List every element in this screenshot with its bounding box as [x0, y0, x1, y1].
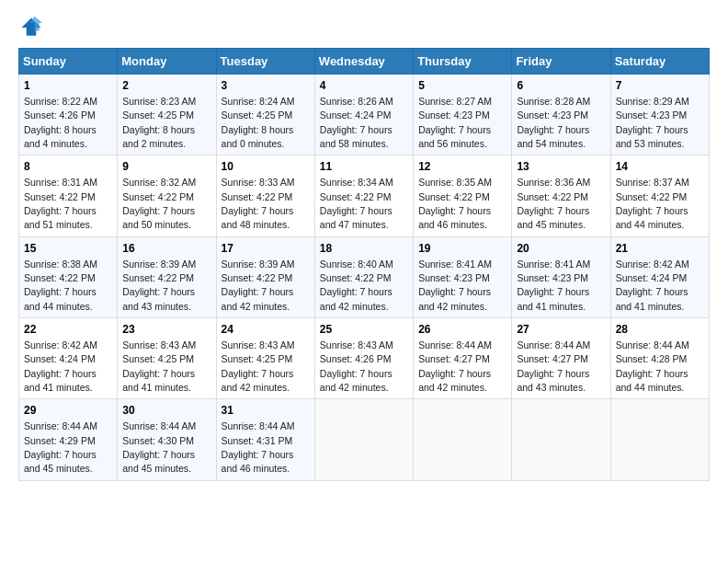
calendar-cell	[512, 399, 610, 480]
calendar-cell: 2Sunrise: 8:23 AMSunset: 4:25 PMDaylight…	[118, 75, 216, 155]
day-number: 11	[320, 159, 408, 175]
day-detail: Sunrise: 8:37 AMSunset: 4:22 PMDaylight:…	[616, 177, 689, 230]
day-detail: Sunrise: 8:39 AMSunset: 4:22 PMDaylight:…	[122, 259, 196, 312]
calendar-cell: 16Sunrise: 8:39 AMSunset: 4:22 PMDayligh…	[118, 236, 216, 317]
day-detail: Sunrise: 8:43 AMSunset: 4:25 PMDaylight:…	[122, 339, 196, 393]
calendar-cell: 24Sunrise: 8:43 AMSunset: 4:25 PMDayligh…	[216, 318, 314, 399]
day-detail: Sunrise: 8:43 AMSunset: 4:25 PMDaylight:…	[222, 339, 295, 393]
calendar-cell: 15Sunrise: 8:38 AMSunset: 4:22 PMDayligh…	[19, 236, 118, 317]
day-detail: Sunrise: 8:44 AMSunset: 4:27 PMDaylight:…	[517, 339, 590, 393]
day-detail: Sunrise: 8:33 AMSunset: 4:22 PMDaylight:…	[222, 177, 295, 230]
day-number: 21	[616, 241, 704, 257]
day-number: 2	[122, 78, 210, 94]
day-detail: Sunrise: 8:40 AMSunset: 4:22 PMDaylight:…	[320, 259, 393, 312]
day-detail: Sunrise: 8:31 AMSunset: 4:22 PMDaylight:…	[24, 177, 97, 230]
calendar-week-row: 15Sunrise: 8:38 AMSunset: 4:22 PMDayligh…	[19, 236, 710, 317]
day-number: 3	[222, 78, 310, 94]
day-detail: Sunrise: 8:42 AMSunset: 4:24 PMDaylight:…	[24, 339, 97, 393]
calendar-cell: 10Sunrise: 8:33 AMSunset: 4:22 PMDayligh…	[216, 155, 314, 236]
day-detail: Sunrise: 8:42 AMSunset: 4:24 PMDaylight:…	[616, 259, 689, 312]
day-number: 5	[418, 78, 506, 94]
calendar-cell: 17Sunrise: 8:39 AMSunset: 4:22 PMDayligh…	[216, 236, 314, 317]
calendar-cell: 11Sunrise: 8:34 AMSunset: 4:22 PMDayligh…	[314, 155, 413, 236]
day-number: 7	[616, 78, 704, 94]
day-number: 12	[418, 159, 506, 175]
day-number: 1	[24, 78, 112, 94]
day-detail: Sunrise: 8:34 AMSunset: 4:22 PMDaylight:…	[320, 177, 393, 230]
day-number: 29	[24, 403, 112, 419]
calendar-cell	[414, 399, 512, 480]
calendar-cell	[610, 399, 709, 480]
calendar-cell: 12Sunrise: 8:35 AMSunset: 4:22 PMDayligh…	[414, 155, 512, 236]
calendar-cell: 8Sunrise: 8:31 AMSunset: 4:22 PMDaylight…	[19, 155, 118, 236]
day-detail: Sunrise: 8:28 AMSunset: 4:23 PMDaylight:…	[517, 96, 590, 149]
calendar-cell: 6Sunrise: 8:28 AMSunset: 4:23 PMDaylight…	[512, 75, 610, 155]
day-detail: Sunrise: 8:26 AMSunset: 4:24 PMDaylight:…	[320, 96, 393, 149]
day-detail: Sunrise: 8:44 AMSunset: 4:28 PMDaylight:…	[616, 339, 689, 393]
day-number: 6	[517, 78, 605, 94]
day-detail: Sunrise: 8:23 AMSunset: 4:25 PMDaylight:…	[122, 96, 196, 149]
calendar-cell: 9Sunrise: 8:32 AMSunset: 4:22 PMDaylight…	[118, 155, 216, 236]
calendar-cell: 28Sunrise: 8:44 AMSunset: 4:28 PMDayligh…	[610, 318, 709, 399]
calendar-week-row: 29Sunrise: 8:44 AMSunset: 4:29 PMDayligh…	[19, 399, 710, 480]
calendar-cell: 19Sunrise: 8:41 AMSunset: 4:23 PMDayligh…	[414, 236, 512, 317]
logo-icon	[18, 15, 44, 40]
day-number: 19	[418, 241, 506, 257]
calendar-week-row: 1Sunrise: 8:22 AMSunset: 4:26 PMDaylight…	[19, 75, 710, 155]
day-number: 26	[418, 322, 506, 338]
day-detail: Sunrise: 8:41 AMSunset: 4:23 PMDaylight:…	[418, 259, 492, 312]
day-detail: Sunrise: 8:36 AMSunset: 4:22 PMDaylight:…	[517, 177, 590, 230]
day-number: 20	[517, 241, 605, 257]
header-tuesday: Tuesday	[216, 49, 314, 75]
calendar-cell: 3Sunrise: 8:24 AMSunset: 4:25 PMDaylight…	[216, 75, 314, 155]
day-number: 23	[122, 322, 210, 338]
day-detail: Sunrise: 8:44 AMSunset: 4:31 PMDaylight:…	[222, 420, 295, 474]
header-wednesday: Wednesday	[314, 49, 413, 75]
calendar-cell: 30Sunrise: 8:44 AMSunset: 4:30 PMDayligh…	[118, 399, 216, 480]
calendar-cell: 20Sunrise: 8:41 AMSunset: 4:23 PMDayligh…	[512, 236, 610, 317]
day-detail: Sunrise: 8:44 AMSunset: 4:30 PMDaylight:…	[122, 420, 196, 474]
day-number: 4	[320, 78, 408, 94]
logo	[18, 15, 48, 40]
calendar-cell: 18Sunrise: 8:40 AMSunset: 4:22 PMDayligh…	[314, 236, 413, 317]
day-number: 17	[222, 241, 310, 257]
calendar-cell: 14Sunrise: 8:37 AMSunset: 4:22 PMDayligh…	[610, 155, 709, 236]
calendar-week-row: 8Sunrise: 8:31 AMSunset: 4:22 PMDaylight…	[19, 155, 710, 236]
day-number: 22	[24, 322, 112, 338]
day-detail: Sunrise: 8:41 AMSunset: 4:23 PMDaylight:…	[517, 259, 590, 312]
day-detail: Sunrise: 8:44 AMSunset: 4:27 PMDaylight:…	[418, 339, 492, 393]
day-detail: Sunrise: 8:22 AMSunset: 4:26 PMDaylight:…	[24, 96, 97, 149]
calendar-cell: 29Sunrise: 8:44 AMSunset: 4:29 PMDayligh…	[19, 399, 118, 480]
day-number: 15	[24, 241, 112, 257]
day-number: 27	[517, 322, 605, 338]
calendar-week-row: 22Sunrise: 8:42 AMSunset: 4:24 PMDayligh…	[19, 318, 710, 399]
day-number: 28	[616, 322, 704, 338]
day-number: 13	[517, 159, 605, 175]
day-number: 31	[222, 403, 310, 419]
header-friday: Friday	[512, 49, 610, 75]
calendar-cell: 23Sunrise: 8:43 AMSunset: 4:25 PMDayligh…	[118, 318, 216, 399]
day-detail: Sunrise: 8:24 AMSunset: 4:25 PMDaylight:…	[222, 96, 295, 149]
day-detail: Sunrise: 8:39 AMSunset: 4:22 PMDaylight:…	[222, 259, 295, 312]
calendar-cell: 25Sunrise: 8:43 AMSunset: 4:26 PMDayligh…	[314, 318, 413, 399]
calendar-cell: 5Sunrise: 8:27 AMSunset: 4:23 PMDaylight…	[414, 75, 512, 155]
day-number: 10	[222, 159, 310, 175]
day-number: 18	[320, 241, 408, 257]
page-header	[18, 15, 710, 40]
day-detail: Sunrise: 8:43 AMSunset: 4:26 PMDaylight:…	[320, 339, 393, 393]
day-number: 9	[122, 159, 210, 175]
day-number: 16	[122, 241, 210, 257]
calendar-cell: 31Sunrise: 8:44 AMSunset: 4:31 PMDayligh…	[216, 399, 314, 480]
header-thursday: Thursday	[414, 49, 512, 75]
calendar-cell: 27Sunrise: 8:44 AMSunset: 4:27 PMDayligh…	[512, 318, 610, 399]
calendar-cell: 21Sunrise: 8:42 AMSunset: 4:24 PMDayligh…	[610, 236, 709, 317]
header-saturday: Saturday	[610, 49, 709, 75]
calendar-header-row: SundayMondayTuesdayWednesdayThursdayFrid…	[19, 49, 710, 75]
calendar-cell	[314, 399, 413, 480]
calendar-cell: 22Sunrise: 8:42 AMSunset: 4:24 PMDayligh…	[19, 318, 118, 399]
day-detail: Sunrise: 8:44 AMSunset: 4:29 PMDaylight:…	[24, 420, 97, 474]
calendar-table: SundayMondayTuesdayWednesdayThursdayFrid…	[18, 48, 710, 481]
header-sunday: Sunday	[19, 49, 118, 75]
calendar-cell: 26Sunrise: 8:44 AMSunset: 4:27 PMDayligh…	[414, 318, 512, 399]
calendar-cell: 1Sunrise: 8:22 AMSunset: 4:26 PMDaylight…	[19, 75, 118, 155]
